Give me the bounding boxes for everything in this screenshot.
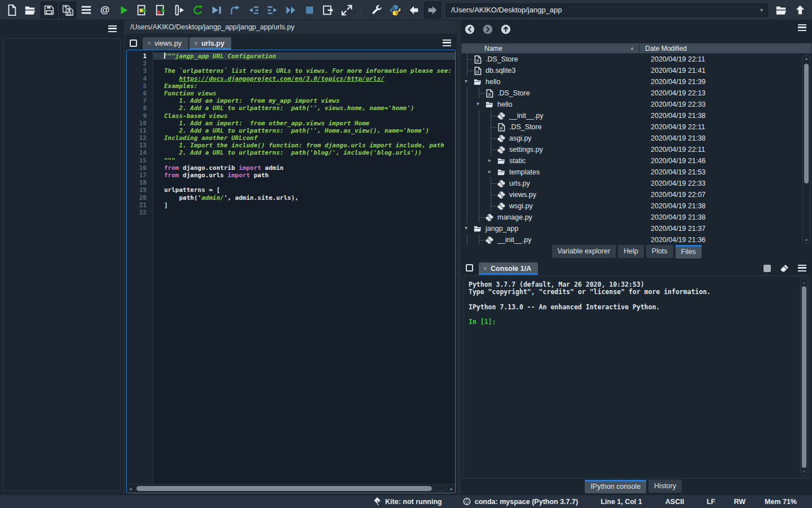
- step-into-button[interactable]: [245, 2, 262, 19]
- line-number[interactable]: 19: [127, 186, 153, 194]
- python-path-button[interactable]: [387, 2, 404, 19]
- close-icon[interactable]: ×: [483, 265, 487, 273]
- line-number[interactable]: 17: [127, 172, 153, 179]
- editor-line[interactable]: 5Examples:: [127, 82, 455, 90]
- tab-plots[interactable]: Plots: [646, 245, 673, 258]
- folder-row[interactable]: ▸static2020/04/19 21:46: [465, 155, 812, 167]
- browse-tabs-icon[interactable]: [130, 40, 137, 47]
- column-header-date[interactable]: Date Modified: [639, 43, 812, 54]
- editor-line[interactable]: 16from django.contrib import admin: [127, 164, 455, 172]
- file-row[interactable]: .DS_Store2020/04/19 22:11: [465, 54, 812, 65]
- line-number[interactable]: 14: [127, 149, 153, 156]
- editor-line[interactable]: 12Including another URLconf: [127, 134, 455, 142]
- editor-line[interactable]: 22: [127, 209, 455, 216]
- run-file-button[interactable]: [115, 2, 132, 19]
- file-row[interactable]: __init__.py2020/04/19 21:36: [465, 234, 812, 245]
- scroll-right-icon[interactable]: ▸: [450, 485, 453, 493]
- line-number[interactable]: 16: [127, 164, 153, 172]
- folder-row[interactable]: ▾jangp_app2020/04/19 21:37: [465, 223, 812, 234]
- step-over-button[interactable]: [227, 2, 244, 19]
- file-row[interactable]: urls.py2020/04/19 22:33: [465, 178, 812, 189]
- scroll-up-icon[interactable]: ▴: [801, 279, 807, 286]
- line-number[interactable]: 18: [127, 179, 153, 186]
- line-number[interactable]: 1: [127, 52, 153, 60]
- console-tab[interactable]: × Console 1/A: [479, 262, 538, 275]
- working-directory-field[interactable]: /Users/AKIKO/Desktop/jangp_app ▾: [446, 3, 768, 17]
- console-output[interactable]: Python 3.7.7 (default, Mar 26 2020, 10:3…: [464, 275, 810, 479]
- run-selection-button[interactable]: [171, 2, 188, 19]
- column-header-name[interactable]: Name ▲: [461, 43, 639, 54]
- code-area[interactable]: 1"""jangp_app URL Configuration23The `ur…: [127, 50, 455, 484]
- scroll-down-icon[interactable]: ▾: [803, 238, 810, 243]
- editor-line[interactable]: 14 2. Add a URL to urlpatterns: path('bl…: [127, 149, 455, 156]
- collapsed-arrow-icon[interactable]: ▸: [488, 168, 491, 174]
- files-parent-button[interactable]: [501, 24, 511, 37]
- line-number[interactable]: 5: [127, 82, 153, 90]
- editor-line[interactable]: 8 2. Add a URL to urlpatterns: path('', …: [127, 104, 455, 112]
- editor-line[interactable]: 13 1. Import the include() function: fro…: [127, 142, 455, 149]
- file-row[interactable]: .DS_Store2020/04/19 22:13: [465, 87, 812, 99]
- editor-line[interactable]: 21]: [127, 202, 455, 209]
- editor-line[interactable]: 18: [127, 179, 455, 186]
- conda-status[interactable]: conda: myspace (Python 3.7.7): [463, 497, 578, 506]
- tab-history[interactable]: History: [648, 480, 682, 493]
- file-row[interactable]: settings.py2020/04/19 22:11: [465, 144, 812, 155]
- scrollbar-track[interactable]: [433, 486, 446, 491]
- tab-files[interactable]: Files: [676, 245, 701, 259]
- file-switcher-button[interactable]: [78, 2, 95, 19]
- editor-line[interactable]: 20 path('admin/', admin.site.urls),: [127, 194, 455, 202]
- line-number[interactable]: 4: [127, 75, 153, 82]
- collapsed-arrow-icon[interactable]: ▸: [488, 157, 491, 163]
- file-row[interactable]: db.sqlite32020/04/19 21:41: [465, 65, 812, 76]
- line-number[interactable]: 10: [127, 120, 153, 127]
- editor-line[interactable]: 11 2. Add a URL to urlpatterns: path('',…: [127, 127, 455, 134]
- editor-line[interactable]: 2: [127, 60, 455, 67]
- line-number[interactable]: 2: [127, 60, 153, 67]
- kite-status[interactable]: Kite: not running: [373, 497, 442, 506]
- expanded-arrow-icon[interactable]: ▾: [465, 225, 467, 231]
- file-row[interactable]: views.py2020/04/19 22:07: [465, 189, 812, 200]
- step-return-button[interactable]: [264, 2, 281, 19]
- editor-tab-views[interactable]: × views.py: [143, 37, 188, 50]
- tab-help[interactable]: Help: [618, 245, 644, 258]
- editor-line[interactable]: 10 1. Add an import: from other_app.view…: [127, 120, 455, 127]
- line-number[interactable]: 15: [127, 157, 153, 164]
- eraser-icon[interactable]: [780, 264, 789, 272]
- back-button[interactable]: [405, 2, 422, 19]
- line-number[interactable]: 20: [127, 194, 153, 202]
- files-vertical-scrollbar[interactable]: ▴▾: [802, 55, 810, 244]
- expanded-arrow-icon[interactable]: ▾: [476, 100, 479, 107]
- line-number[interactable]: 7: [127, 97, 153, 104]
- maximize-pane-button[interactable]: [338, 2, 355, 19]
- tab-ipython-console[interactable]: IPython console: [585, 480, 646, 493]
- open-file-button[interactable]: [22, 2, 39, 19]
- horizontal-scrollbar[interactable]: ◂ ▸: [127, 484, 455, 493]
- run-cell-button[interactable]: [134, 2, 151, 19]
- save-all-button[interactable]: [59, 2, 76, 19]
- editor-options-menu-icon[interactable]: [443, 40, 451, 46]
- file-row[interactable]: wsgi.py2020/04/19 21:38: [465, 200, 812, 212]
- file-row[interactable]: asgi.py2020/04/19 21:38: [465, 133, 812, 144]
- editor-line[interactable]: 7 1. Add an import: from my_app import v…: [127, 97, 455, 104]
- expanded-arrow-icon[interactable]: ▾: [465, 78, 467, 84]
- file-row[interactable]: __init__.py2020/04/19 21:38: [465, 110, 812, 121]
- file-row[interactable]: .DS_Store2020/04/19 22:11: [465, 121, 812, 133]
- scroll-down-icon[interactable]: ▾: [801, 468, 807, 475]
- browse-tabs-icon[interactable]: [466, 264, 473, 271]
- scrollbar-thumb[interactable]: [804, 64, 809, 183]
- new-window-button[interactable]: [320, 2, 337, 19]
- line-number[interactable]: 9: [127, 112, 153, 120]
- editor-line[interactable]: 15""": [127, 157, 455, 164]
- file-row[interactable]: manage.py2020/04/19 21:38: [465, 212, 812, 223]
- console-vertical-scrollbar[interactable]: ▴ ▾: [800, 278, 808, 476]
- continue-button[interactable]: [283, 2, 299, 19]
- editor-line[interactable]: 17from django.urls import path: [127, 172, 455, 179]
- editor-line[interactable]: 4 https://docs.djangoproject.com/en/3.0/…: [127, 75, 455, 82]
- stop-debug-button[interactable]: [301, 2, 318, 19]
- tab-variable-explorer[interactable]: Variable explorer: [552, 245, 616, 258]
- files-forward-button[interactable]: [483, 24, 493, 37]
- line-number[interactable]: 22: [127, 209, 153, 216]
- scroll-up-icon[interactable]: ▴: [803, 56, 810, 61]
- code-editor[interactable]: 1"""jangp_app URL Configuration23The `ur…: [126, 50, 456, 493]
- scroll-left-icon[interactable]: ◂: [129, 485, 132, 493]
